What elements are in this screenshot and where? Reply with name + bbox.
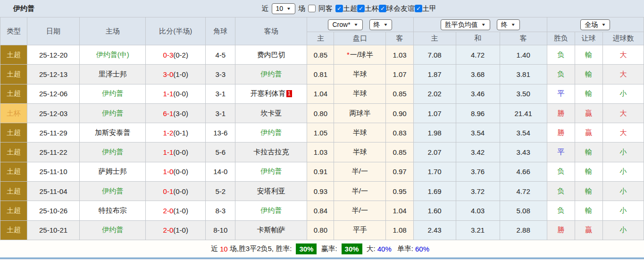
cell-home-odds: 0.80 [307,220,334,240]
cell-away-team[interactable]: 安塔利亚 [235,182,307,201]
recent-count-select[interactable]: 10▼ [272,3,295,14]
cell-outcome: 负 [547,182,575,201]
col-header-home: 主场 [80,17,146,45]
league-filter-label: 土超 [343,4,357,13]
same-away-checkbox[interactable] [308,5,316,12]
cell-away-team[interactable]: 伊约普 [235,201,307,220]
cell-outcome: 平 [547,84,575,103]
cell-league: 土超 [0,162,27,181]
single-rate-value: 60% [415,245,429,253]
cell-score: 1-1(0-0) [146,143,206,162]
cell-home-team[interactable]: 加斯安泰普 [80,123,146,143]
league-filter-checkbox-3[interactable]: ✓ [415,5,422,12]
match-history-panel: 伊约普 近 10▼ 场 同客 ✓土超✓土杯✓球会友谊✓土甲 类型 日期 主场 比… [0,0,644,260]
sub-header-home-odds: 主 [307,32,334,45]
cell-avg-home: 1.07 [413,103,456,123]
cell-away-team[interactable]: 卡拉古拉克 [235,143,307,162]
cell-score: 1-2(0-1) [146,123,206,143]
sub-header-goals: 进球数 [602,32,644,45]
cell-handicap: 半球 [334,123,386,143]
full-time-score: 1-1 [163,90,174,98]
cell-away-odds: 1.07 [386,65,413,84]
summary-recent-count: 10 [220,245,228,253]
scope-group-header: 全场▼ [547,17,644,32]
cell-avg-draw: 3.46 [456,84,500,103]
cell-avg-home: 1.69 [413,182,456,201]
cell-home-team[interactable]: 特拉布宗 [80,201,146,220]
cell-home-team[interactable]: 伊约普(中) [80,45,146,65]
bookmaker-select[interactable]: Crow*▼ [328,19,362,30]
cell-handicap-result: 輸 [575,84,602,103]
cell-date: 25-11-10 [27,162,80,181]
away-team-name: 卡拉古拉克 [253,148,289,156]
home-team-name: 加斯安泰普 [95,128,130,136]
bookmaker-time-select[interactable]: 终▼ [369,19,393,30]
cell-away-team[interactable]: 伊约普 [235,123,307,143]
full-time-score: 2-0 [163,207,174,215]
summary-stats-text: 场,胜3平2负5, 胜率: [230,244,292,253]
cell-away-team[interactable]: 卡斯帕萨 [235,220,307,240]
cell-goals-result: 大 [602,45,644,65]
cell-away-team[interactable]: 坎卡亚 [235,103,307,123]
cell-home-team[interactable]: 伊约普 [80,220,146,240]
league-filter-label: 球会友谊 [386,4,415,13]
single-rate-label: 单率: [397,244,413,253]
cell-league: 土超 [0,182,27,201]
full-time-score: 1-2 [163,129,174,137]
cell-date: 25-11-29 [27,123,80,143]
filter-controls: 近 10▼ 场 同客 ✓土超✓土杯✓球会友谊✓土甲 [262,3,436,14]
cell-away-team[interactable]: 伊约普 [235,65,307,84]
col-header-score: 比分(半场) [146,17,206,45]
cell-away-team[interactable]: 开塞利体育1 [235,84,307,103]
scope-select[interactable]: 全场▼ [580,19,610,30]
cell-avg-home: 1.87 [413,65,456,84]
league-filters: ✓土超✓土杯✓球会友谊✓土甲 [335,4,436,13]
avg-time-select[interactable]: 终▼ [497,19,520,30]
cell-avg-draw: 4.03 [456,201,500,220]
home-team-name: 萨姆士邦 [99,167,127,175]
cell-outcome: 负 [547,45,575,65]
cell-date: 25-12-20 [27,45,80,65]
cell-home-team[interactable]: 里泽士邦 [80,65,146,84]
league-filter-checkbox-1[interactable]: ✓ [357,5,365,12]
cell-avg-away: 3.54 [500,123,547,143]
league-filter-checkbox-0[interactable]: ✓ [335,5,343,12]
page-title: 伊约普 [13,4,34,13]
cell-home-team[interactable]: 萨姆士邦 [80,162,146,181]
half-time-score: (0-0) [173,187,188,195]
cell-home-team[interactable]: 伊约普 [80,103,146,123]
league-filter-checkbox-2[interactable]: ✓ [379,5,386,12]
sub-header-outcome: 胜负 [547,32,575,45]
cell-avg-home: 1.98 [413,123,456,143]
sub-header-avg-away: 客 [500,32,547,45]
cell-away-odds: 0.85 [386,143,413,162]
cell-outcome: 负 [547,162,575,181]
cell-away-team[interactable]: 伊约普 [235,162,307,181]
away-team-name: 费内巴切 [257,50,285,59]
cell-score: 2-0(1-0) [146,201,206,220]
summary-recent-label: 近 [211,244,218,253]
cell-away-odds: 1.08 [386,220,413,240]
chevron-down-icon: ▼ [286,5,291,12]
cell-away-odds: 0.85 [386,84,413,103]
cell-corners: 3-1 [206,103,235,123]
cell-date: 25-12-06 [27,84,80,103]
home-team-name: 伊约普 [102,226,123,234]
avg-odds-select[interactable]: 胜平负均值▼ [441,19,490,30]
cell-home-team[interactable]: 伊约普 [80,143,146,162]
cell-goals-result: 小 [602,182,644,201]
cell-away-team[interactable]: 费内巴切 [235,45,307,65]
avg-group-header: 胜平负均值▼ 终▼ [413,17,547,32]
cell-away-odds: 1.04 [386,201,413,220]
away-team-name: 伊约普 [260,128,282,136]
league-filter-label: 土杯 [365,4,379,13]
table-row: 土超25-11-29加斯安泰普1-2(0-1)13-6伊约普1.05半球0.83… [0,123,644,143]
half-time-score: (1-0) [173,207,188,215]
cell-handicap-result: 輸 [575,45,602,65]
cell-goals-result: 大 [602,103,644,123]
cell-home-team[interactable]: 伊约普 [80,182,146,201]
away-team-name: 坎卡亚 [260,109,282,117]
cell-home-team[interactable]: 伊约普 [80,84,146,103]
sub-header-away-odds: 客 [386,32,413,45]
sub-header-handicap-result: 让球 [575,32,602,45]
